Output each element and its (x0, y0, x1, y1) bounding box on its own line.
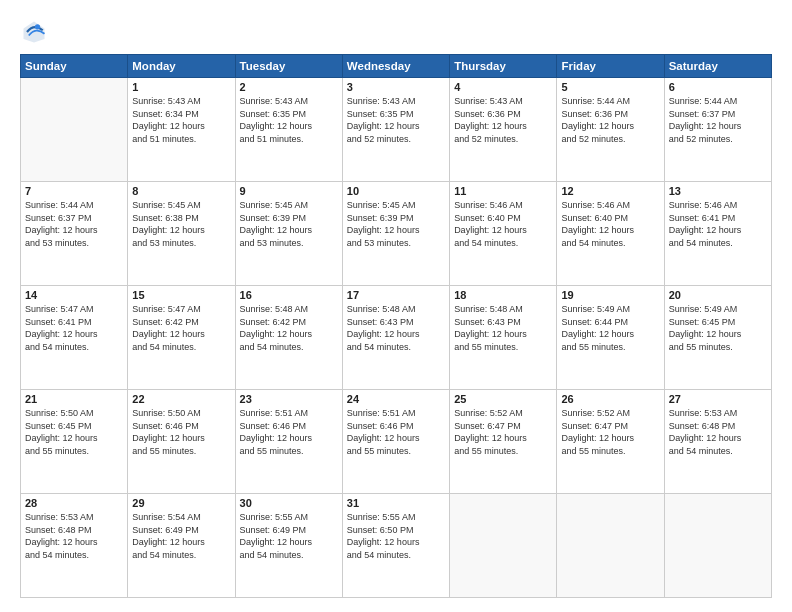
cell-info: Sunrise: 5:50 AM Sunset: 6:46 PM Dayligh… (132, 407, 230, 457)
day-number: 27 (669, 393, 767, 405)
cell-info: Sunrise: 5:45 AM Sunset: 6:39 PM Dayligh… (240, 199, 338, 249)
calendar-cell (664, 494, 771, 598)
day-number: 11 (454, 185, 552, 197)
day-number: 2 (240, 81, 338, 93)
calendar-week-row: 21Sunrise: 5:50 AM Sunset: 6:45 PM Dayli… (21, 390, 772, 494)
col-header-sunday: Sunday (21, 55, 128, 78)
cell-info: Sunrise: 5:47 AM Sunset: 6:42 PM Dayligh… (132, 303, 230, 353)
day-number: 10 (347, 185, 445, 197)
day-number: 3 (347, 81, 445, 93)
calendar-cell: 10Sunrise: 5:45 AM Sunset: 6:39 PM Dayli… (342, 182, 449, 286)
day-number: 21 (25, 393, 123, 405)
calendar-cell: 19Sunrise: 5:49 AM Sunset: 6:44 PM Dayli… (557, 286, 664, 390)
col-header-wednesday: Wednesday (342, 55, 449, 78)
calendar-cell: 11Sunrise: 5:46 AM Sunset: 6:40 PM Dayli… (450, 182, 557, 286)
cell-info: Sunrise: 5:44 AM Sunset: 6:37 PM Dayligh… (669, 95, 767, 145)
day-number: 20 (669, 289, 767, 301)
day-number: 22 (132, 393, 230, 405)
calendar-cell: 8Sunrise: 5:45 AM Sunset: 6:38 PM Daylig… (128, 182, 235, 286)
day-number: 7 (25, 185, 123, 197)
day-number: 28 (25, 497, 123, 509)
calendar-cell (21, 78, 128, 182)
logo (20, 18, 52, 46)
cell-info: Sunrise: 5:51 AM Sunset: 6:46 PM Dayligh… (240, 407, 338, 457)
day-number: 31 (347, 497, 445, 509)
cell-info: Sunrise: 5:53 AM Sunset: 6:48 PM Dayligh… (25, 511, 123, 561)
day-number: 15 (132, 289, 230, 301)
cell-info: Sunrise: 5:55 AM Sunset: 6:49 PM Dayligh… (240, 511, 338, 561)
calendar-table: SundayMondayTuesdayWednesdayThursdayFrid… (20, 54, 772, 598)
day-number: 4 (454, 81, 552, 93)
cell-info: Sunrise: 5:44 AM Sunset: 6:37 PM Dayligh… (25, 199, 123, 249)
cell-info: Sunrise: 5:43 AM Sunset: 6:35 PM Dayligh… (240, 95, 338, 145)
cell-info: Sunrise: 5:47 AM Sunset: 6:41 PM Dayligh… (25, 303, 123, 353)
day-number: 8 (132, 185, 230, 197)
day-number: 12 (561, 185, 659, 197)
cell-info: Sunrise: 5:48 AM Sunset: 6:42 PM Dayligh… (240, 303, 338, 353)
calendar-cell (450, 494, 557, 598)
cell-info: Sunrise: 5:46 AM Sunset: 6:41 PM Dayligh… (669, 199, 767, 249)
calendar-cell: 12Sunrise: 5:46 AM Sunset: 6:40 PM Dayli… (557, 182, 664, 286)
cell-info: Sunrise: 5:43 AM Sunset: 6:36 PM Dayligh… (454, 95, 552, 145)
calendar-cell: 7Sunrise: 5:44 AM Sunset: 6:37 PM Daylig… (21, 182, 128, 286)
calendar-cell: 23Sunrise: 5:51 AM Sunset: 6:46 PM Dayli… (235, 390, 342, 494)
day-number: 23 (240, 393, 338, 405)
calendar-cell: 15Sunrise: 5:47 AM Sunset: 6:42 PM Dayli… (128, 286, 235, 390)
col-header-thursday: Thursday (450, 55, 557, 78)
day-number: 25 (454, 393, 552, 405)
cell-info: Sunrise: 5:46 AM Sunset: 6:40 PM Dayligh… (561, 199, 659, 249)
calendar-cell: 4Sunrise: 5:43 AM Sunset: 6:36 PM Daylig… (450, 78, 557, 182)
calendar-cell: 31Sunrise: 5:55 AM Sunset: 6:50 PM Dayli… (342, 494, 449, 598)
page: SundayMondayTuesdayWednesdayThursdayFrid… (0, 0, 792, 612)
cell-info: Sunrise: 5:43 AM Sunset: 6:35 PM Dayligh… (347, 95, 445, 145)
cell-info: Sunrise: 5:44 AM Sunset: 6:36 PM Dayligh… (561, 95, 659, 145)
calendar-cell: 22Sunrise: 5:50 AM Sunset: 6:46 PM Dayli… (128, 390, 235, 494)
cell-info: Sunrise: 5:53 AM Sunset: 6:48 PM Dayligh… (669, 407, 767, 457)
calendar-cell: 13Sunrise: 5:46 AM Sunset: 6:41 PM Dayli… (664, 182, 771, 286)
cell-info: Sunrise: 5:49 AM Sunset: 6:45 PM Dayligh… (669, 303, 767, 353)
calendar-cell: 6Sunrise: 5:44 AM Sunset: 6:37 PM Daylig… (664, 78, 771, 182)
calendar-cell: 9Sunrise: 5:45 AM Sunset: 6:39 PM Daylig… (235, 182, 342, 286)
cell-info: Sunrise: 5:54 AM Sunset: 6:49 PM Dayligh… (132, 511, 230, 561)
calendar-cell: 20Sunrise: 5:49 AM Sunset: 6:45 PM Dayli… (664, 286, 771, 390)
day-number: 24 (347, 393, 445, 405)
cell-info: Sunrise: 5:52 AM Sunset: 6:47 PM Dayligh… (454, 407, 552, 457)
cell-info: Sunrise: 5:45 AM Sunset: 6:38 PM Dayligh… (132, 199, 230, 249)
calendar-cell: 25Sunrise: 5:52 AM Sunset: 6:47 PM Dayli… (450, 390, 557, 494)
calendar-week-row: 1Sunrise: 5:43 AM Sunset: 6:34 PM Daylig… (21, 78, 772, 182)
calendar-cell (557, 494, 664, 598)
calendar-cell: 24Sunrise: 5:51 AM Sunset: 6:46 PM Dayli… (342, 390, 449, 494)
day-number: 6 (669, 81, 767, 93)
cell-info: Sunrise: 5:48 AM Sunset: 6:43 PM Dayligh… (454, 303, 552, 353)
cell-info: Sunrise: 5:51 AM Sunset: 6:46 PM Dayligh… (347, 407, 445, 457)
day-number: 5 (561, 81, 659, 93)
calendar-week-row: 14Sunrise: 5:47 AM Sunset: 6:41 PM Dayli… (21, 286, 772, 390)
day-number: 26 (561, 393, 659, 405)
cell-info: Sunrise: 5:43 AM Sunset: 6:34 PM Dayligh… (132, 95, 230, 145)
calendar-week-row: 7Sunrise: 5:44 AM Sunset: 6:37 PM Daylig… (21, 182, 772, 286)
cell-info: Sunrise: 5:55 AM Sunset: 6:50 PM Dayligh… (347, 511, 445, 561)
col-header-saturday: Saturday (664, 55, 771, 78)
calendar-cell: 26Sunrise: 5:52 AM Sunset: 6:47 PM Dayli… (557, 390, 664, 494)
calendar-cell: 2Sunrise: 5:43 AM Sunset: 6:35 PM Daylig… (235, 78, 342, 182)
day-number: 30 (240, 497, 338, 509)
day-number: 19 (561, 289, 659, 301)
calendar-header-row: SundayMondayTuesdayWednesdayThursdayFrid… (21, 55, 772, 78)
calendar-cell: 28Sunrise: 5:53 AM Sunset: 6:48 PM Dayli… (21, 494, 128, 598)
calendar-cell: 18Sunrise: 5:48 AM Sunset: 6:43 PM Dayli… (450, 286, 557, 390)
day-number: 14 (25, 289, 123, 301)
col-header-monday: Monday (128, 55, 235, 78)
calendar-cell: 16Sunrise: 5:48 AM Sunset: 6:42 PM Dayli… (235, 286, 342, 390)
calendar-cell: 3Sunrise: 5:43 AM Sunset: 6:35 PM Daylig… (342, 78, 449, 182)
col-header-friday: Friday (557, 55, 664, 78)
cell-info: Sunrise: 5:50 AM Sunset: 6:45 PM Dayligh… (25, 407, 123, 457)
day-number: 18 (454, 289, 552, 301)
cell-info: Sunrise: 5:49 AM Sunset: 6:44 PM Dayligh… (561, 303, 659, 353)
calendar-cell: 30Sunrise: 5:55 AM Sunset: 6:49 PM Dayli… (235, 494, 342, 598)
calendar-cell: 1Sunrise: 5:43 AM Sunset: 6:34 PM Daylig… (128, 78, 235, 182)
calendar-cell: 5Sunrise: 5:44 AM Sunset: 6:36 PM Daylig… (557, 78, 664, 182)
cell-info: Sunrise: 5:48 AM Sunset: 6:43 PM Dayligh… (347, 303, 445, 353)
col-header-tuesday: Tuesday (235, 55, 342, 78)
logo-icon (20, 18, 48, 46)
calendar-week-row: 28Sunrise: 5:53 AM Sunset: 6:48 PM Dayli… (21, 494, 772, 598)
